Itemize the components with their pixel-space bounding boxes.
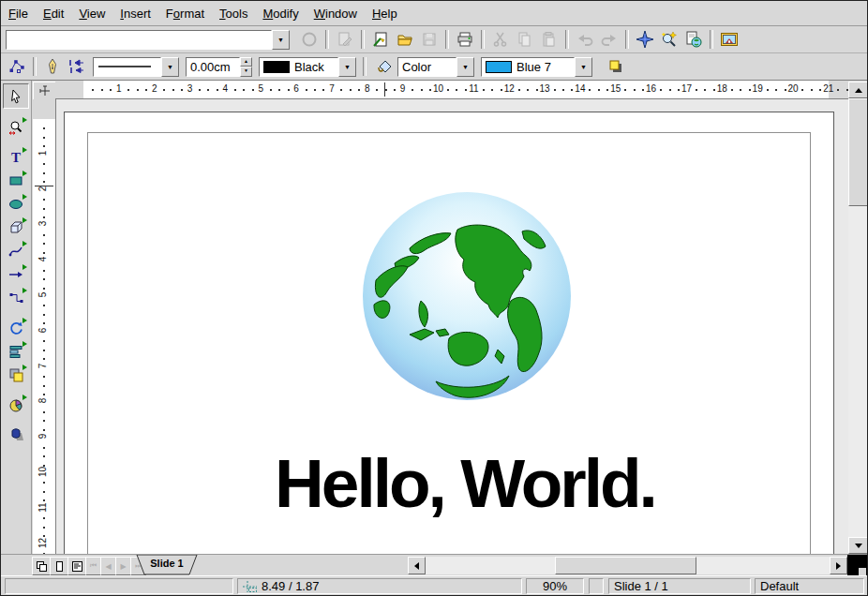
menu-item-insert[interactable]: Insert [112, 3, 158, 24]
line-width-up-button[interactable]: ▲ [240, 57, 252, 67]
slide-info: Slide 1 / 1 [614, 579, 668, 593]
ruler-tick [536, 89, 538, 91]
ruler-tick [172, 89, 174, 91]
ruler-tick [704, 89, 706, 91]
scroll-right-button[interactable] [830, 557, 847, 574]
3d-objects-tool[interactable] [4, 216, 28, 239]
vertical-scroll-thumb[interactable] [848, 98, 868, 206]
slide-title-text[interactable]: Hello, World. [184, 449, 746, 517]
status-layout-field[interactable]: Default [755, 578, 864, 594]
menu-item-help[interactable]: Help [365, 3, 405, 24]
line-style-dropdown-button[interactable]: ▼ [161, 57, 179, 77]
curve-tool[interactable] [4, 239, 28, 262]
arrow-style-icon[interactable] [66, 55, 88, 78]
first-slide-button[interactable]: ⏮ [85, 557, 101, 575]
hyperlink-icon[interactable] [682, 28, 705, 51]
line-style-value[interactable] [93, 57, 161, 77]
previous-slide-button[interactable]: ◀ [100, 557, 116, 575]
undo-icon[interactable] [574, 28, 596, 51]
ruler-tick [731, 89, 733, 91]
scroll-up-button[interactable] [848, 82, 868, 98]
menu-item-modify[interactable]: Modify [255, 3, 306, 24]
ruler-tick [819, 89, 821, 91]
line-color-dropdown-button[interactable]: ▼ [338, 57, 356, 77]
vertical-scrollbar[interactable] [848, 82, 868, 554]
menu-item-tools[interactable]: Tools [212, 3, 255, 24]
zoom-tool[interactable] [4, 115, 28, 139]
edit-file-icon[interactable] [334, 28, 356, 51]
next-slide-button[interactable]: ▶ [115, 557, 131, 575]
stop-icon[interactable] [298, 28, 321, 51]
fill-type-combobox: Color ▼ [397, 57, 474, 77]
rotate-tool[interactable] [4, 316, 28, 339]
url-dropdown-button[interactable]: ▼ [272, 30, 290, 50]
ruler-tick [252, 89, 254, 91]
scroll-down-button[interactable] [848, 537, 868, 554]
redo-icon[interactable] [598, 28, 621, 51]
vruler-number: 12 [37, 535, 48, 550]
slide-canvas[interactable]: Hello, World. [56, 99, 848, 555]
ruler-tick [837, 89, 839, 91]
ruler-tick [669, 89, 671, 91]
open-icon[interactable] [394, 28, 416, 51]
shadow-icon[interactable] [605, 55, 627, 78]
slide-view-button[interactable] [32, 557, 51, 575]
hruler-number: 6 [289, 83, 304, 94]
horizontal-scroll-thumb[interactable] [555, 557, 696, 574]
handout-view-button[interactable] [67, 557, 86, 575]
line-width-value[interactable]: 0.00cm [186, 57, 240, 77]
print-icon[interactable] [454, 28, 476, 51]
fill-type-dropdown-button[interactable]: ▼ [456, 57, 474, 77]
ruler-tick [465, 89, 467, 91]
tab-slide-1[interactable]: Slide 1 [136, 555, 198, 575]
globe-graphic[interactable] [361, 190, 573, 402]
effects-tool[interactable] [4, 423, 28, 446]
horizontal-ruler[interactable]: 123456789101112131415161718192021 [55, 81, 848, 99]
vruler-number: 11 [37, 499, 48, 514]
rectangle-tool[interactable] [4, 169, 28, 192]
line-width-down-button[interactable]: ▼ [240, 67, 252, 77]
menu-item-view[interactable]: View [71, 3, 112, 24]
scroll-left-button[interactable] [408, 557, 426, 574]
position-crosshair-icon [243, 581, 257, 592]
arrange-tool[interactable] [4, 363, 28, 386]
ruler-tick [43, 199, 45, 201]
alignment-tool[interactable] [4, 339, 28, 363]
navigator-icon[interactable] [634, 28, 656, 51]
paste-icon[interactable] [538, 28, 561, 51]
line-color-value[interactable]: Black [259, 57, 338, 77]
url-input[interactable] [6, 30, 272, 50]
new-document-icon[interactable] [369, 28, 392, 51]
text-tool[interactable]: T [4, 145, 28, 169]
ruler-tick [43, 420, 45, 422]
insert-tool[interactable] [4, 393, 28, 416]
notes-view-button[interactable] [50, 557, 68, 575]
fill-color-value[interactable]: Blue 7 [481, 57, 575, 77]
zoom-icon[interactable] [658, 28, 681, 51]
ruler-origin-button[interactable] [33, 82, 57, 100]
line-pen-icon[interactable] [41, 55, 64, 78]
connector-tool[interactable] [4, 286, 28, 309]
status-position-field[interactable]: 8.49 / 1.87 [237, 578, 522, 594]
ellipse-tool[interactable] [4, 192, 28, 216]
menu-item-edit[interactable]: Edit [36, 3, 71, 24]
save-icon[interactable] [418, 28, 441, 51]
gallery-icon[interactable] [718, 28, 741, 51]
fill-type-value[interactable]: Color [397, 57, 456, 77]
horizontal-scrollbar[interactable] [408, 557, 847, 574]
copy-icon[interactable] [514, 28, 536, 51]
menu-item-format[interactable]: Format [158, 3, 212, 24]
cut-icon[interactable] [489, 28, 512, 51]
menu-item-window[interactable]: Window [307, 3, 365, 24]
lines-arrows-tool[interactable] [4, 262, 28, 286]
vertical-ruler[interactable]: 123456789101112 [33, 99, 56, 554]
select-tool[interactable] [3, 83, 29, 109]
toolbar-separator [481, 30, 485, 49]
window-resize-corner[interactable] [847, 555, 867, 576]
status-zoom-field[interactable]: 90% [526, 578, 584, 594]
area-bucket-icon[interactable] [374, 55, 397, 78]
fill-color-dropdown-button[interactable]: ▼ [575, 57, 592, 77]
ruler-tick [43, 137, 45, 139]
menu-item-file[interactable]: File [1, 3, 36, 24]
edit-points-icon[interactable] [6, 55, 28, 78]
